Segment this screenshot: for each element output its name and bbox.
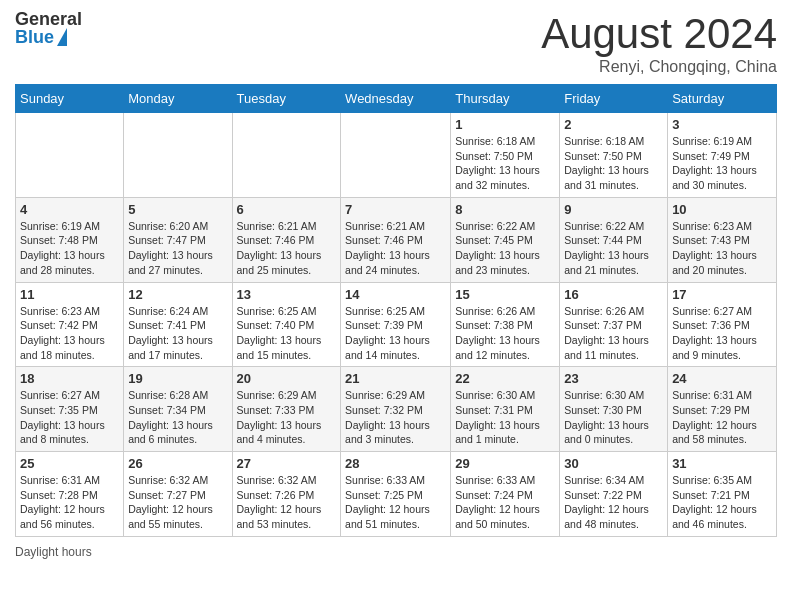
day-info: Sunrise: 6:18 AM Sunset: 7:50 PM Dayligh… bbox=[455, 134, 555, 193]
calendar-cell bbox=[232, 113, 341, 198]
day-number: 31 bbox=[672, 456, 772, 471]
day-info: Sunrise: 6:27 AM Sunset: 7:36 PM Dayligh… bbox=[672, 304, 772, 363]
day-number: 24 bbox=[672, 371, 772, 386]
calendar-body: 1Sunrise: 6:18 AM Sunset: 7:50 PM Daylig… bbox=[16, 113, 777, 537]
calendar-cell: 7Sunrise: 6:21 AM Sunset: 7:46 PM Daylig… bbox=[341, 197, 451, 282]
day-info: Sunrise: 6:24 AM Sunset: 7:41 PM Dayligh… bbox=[128, 304, 227, 363]
day-info: Sunrise: 6:35 AM Sunset: 7:21 PM Dayligh… bbox=[672, 473, 772, 532]
calendar-cell: 10Sunrise: 6:23 AM Sunset: 7:43 PM Dayli… bbox=[668, 197, 777, 282]
day-info: Sunrise: 6:27 AM Sunset: 7:35 PM Dayligh… bbox=[20, 388, 119, 447]
calendar-cell: 9Sunrise: 6:22 AM Sunset: 7:44 PM Daylig… bbox=[560, 197, 668, 282]
day-number: 22 bbox=[455, 371, 555, 386]
day-info: Sunrise: 6:22 AM Sunset: 7:45 PM Dayligh… bbox=[455, 219, 555, 278]
day-info: Sunrise: 6:29 AM Sunset: 7:33 PM Dayligh… bbox=[237, 388, 337, 447]
day-number: 18 bbox=[20, 371, 119, 386]
calendar-cell: 13Sunrise: 6:25 AM Sunset: 7:40 PM Dayli… bbox=[232, 282, 341, 367]
day-info: Sunrise: 6:33 AM Sunset: 7:25 PM Dayligh… bbox=[345, 473, 446, 532]
day-info: Sunrise: 6:31 AM Sunset: 7:28 PM Dayligh… bbox=[20, 473, 119, 532]
day-number: 12 bbox=[128, 287, 227, 302]
day-number: 30 bbox=[564, 456, 663, 471]
logo-general: General bbox=[15, 10, 82, 28]
header-day-friday: Friday bbox=[560, 85, 668, 113]
day-info: Sunrise: 6:25 AM Sunset: 7:39 PM Dayligh… bbox=[345, 304, 446, 363]
calendar-cell: 17Sunrise: 6:27 AM Sunset: 7:36 PM Dayli… bbox=[668, 282, 777, 367]
day-number: 26 bbox=[128, 456, 227, 471]
calendar-cell bbox=[124, 113, 232, 198]
header-day-wednesday: Wednesday bbox=[341, 85, 451, 113]
day-number: 16 bbox=[564, 287, 663, 302]
day-info: Sunrise: 6:26 AM Sunset: 7:37 PM Dayligh… bbox=[564, 304, 663, 363]
day-number: 11 bbox=[20, 287, 119, 302]
calendar-cell: 20Sunrise: 6:29 AM Sunset: 7:33 PM Dayli… bbox=[232, 367, 341, 452]
calendar-cell: 16Sunrise: 6:26 AM Sunset: 7:37 PM Dayli… bbox=[560, 282, 668, 367]
day-number: 28 bbox=[345, 456, 446, 471]
calendar-cell: 28Sunrise: 6:33 AM Sunset: 7:25 PM Dayli… bbox=[341, 452, 451, 537]
week-row-4: 18Sunrise: 6:27 AM Sunset: 7:35 PM Dayli… bbox=[16, 367, 777, 452]
daylight-label: Daylight hours bbox=[15, 545, 92, 559]
header-day-thursday: Thursday bbox=[451, 85, 560, 113]
calendar-cell: 4Sunrise: 6:19 AM Sunset: 7:48 PM Daylig… bbox=[16, 197, 124, 282]
calendar-cell: 18Sunrise: 6:27 AM Sunset: 7:35 PM Dayli… bbox=[16, 367, 124, 452]
logo-triangle-icon bbox=[57, 28, 67, 46]
day-number: 15 bbox=[455, 287, 555, 302]
calendar-cell: 15Sunrise: 6:26 AM Sunset: 7:38 PM Dayli… bbox=[451, 282, 560, 367]
title-area: August 2024 Renyi, Chongqing, China bbox=[541, 10, 777, 76]
calendar-header: SundayMondayTuesdayWednesdayThursdayFrid… bbox=[16, 85, 777, 113]
day-number: 19 bbox=[128, 371, 227, 386]
day-number: 27 bbox=[237, 456, 337, 471]
week-row-5: 25Sunrise: 6:31 AM Sunset: 7:28 PM Dayli… bbox=[16, 452, 777, 537]
day-info: Sunrise: 6:26 AM Sunset: 7:38 PM Dayligh… bbox=[455, 304, 555, 363]
header-day-sunday: Sunday bbox=[16, 85, 124, 113]
day-info: Sunrise: 6:20 AM Sunset: 7:47 PM Dayligh… bbox=[128, 219, 227, 278]
calendar-cell: 30Sunrise: 6:34 AM Sunset: 7:22 PM Dayli… bbox=[560, 452, 668, 537]
calendar-cell: 8Sunrise: 6:22 AM Sunset: 7:45 PM Daylig… bbox=[451, 197, 560, 282]
calendar-cell: 29Sunrise: 6:33 AM Sunset: 7:24 PM Dayli… bbox=[451, 452, 560, 537]
day-number: 9 bbox=[564, 202, 663, 217]
logo-blue: Blue bbox=[15, 28, 54, 46]
day-info: Sunrise: 6:25 AM Sunset: 7:40 PM Dayligh… bbox=[237, 304, 337, 363]
calendar-cell: 12Sunrise: 6:24 AM Sunset: 7:41 PM Dayli… bbox=[124, 282, 232, 367]
calendar-cell: 23Sunrise: 6:30 AM Sunset: 7:30 PM Dayli… bbox=[560, 367, 668, 452]
day-info: Sunrise: 6:18 AM Sunset: 7:50 PM Dayligh… bbox=[564, 134, 663, 193]
day-info: Sunrise: 6:30 AM Sunset: 7:31 PM Dayligh… bbox=[455, 388, 555, 447]
week-row-1: 1Sunrise: 6:18 AM Sunset: 7:50 PM Daylig… bbox=[16, 113, 777, 198]
day-number: 1 bbox=[455, 117, 555, 132]
header-row: SundayMondayTuesdayWednesdayThursdayFrid… bbox=[16, 85, 777, 113]
logo: General Blue bbox=[15, 10, 82, 46]
footer: Daylight hours bbox=[15, 545, 777, 559]
day-info: Sunrise: 6:29 AM Sunset: 7:32 PM Dayligh… bbox=[345, 388, 446, 447]
calendar-cell: 25Sunrise: 6:31 AM Sunset: 7:28 PM Dayli… bbox=[16, 452, 124, 537]
day-info: Sunrise: 6:33 AM Sunset: 7:24 PM Dayligh… bbox=[455, 473, 555, 532]
header-day-tuesday: Tuesday bbox=[232, 85, 341, 113]
month-year-title: August 2024 bbox=[541, 10, 777, 58]
day-info: Sunrise: 6:32 AM Sunset: 7:26 PM Dayligh… bbox=[237, 473, 337, 532]
calendar-cell: 22Sunrise: 6:30 AM Sunset: 7:31 PM Dayli… bbox=[451, 367, 560, 452]
day-number: 29 bbox=[455, 456, 555, 471]
day-number: 20 bbox=[237, 371, 337, 386]
calendar-cell: 24Sunrise: 6:31 AM Sunset: 7:29 PM Dayli… bbox=[668, 367, 777, 452]
day-number: 4 bbox=[20, 202, 119, 217]
calendar-cell: 1Sunrise: 6:18 AM Sunset: 7:50 PM Daylig… bbox=[451, 113, 560, 198]
calendar-cell: 5Sunrise: 6:20 AM Sunset: 7:47 PM Daylig… bbox=[124, 197, 232, 282]
day-number: 23 bbox=[564, 371, 663, 386]
day-number: 2 bbox=[564, 117, 663, 132]
calendar-cell: 6Sunrise: 6:21 AM Sunset: 7:46 PM Daylig… bbox=[232, 197, 341, 282]
day-number: 17 bbox=[672, 287, 772, 302]
calendar-cell: 27Sunrise: 6:32 AM Sunset: 7:26 PM Dayli… bbox=[232, 452, 341, 537]
calendar-cell: 26Sunrise: 6:32 AM Sunset: 7:27 PM Dayli… bbox=[124, 452, 232, 537]
day-number: 8 bbox=[455, 202, 555, 217]
day-info: Sunrise: 6:31 AM Sunset: 7:29 PM Dayligh… bbox=[672, 388, 772, 447]
calendar-cell: 14Sunrise: 6:25 AM Sunset: 7:39 PM Dayli… bbox=[341, 282, 451, 367]
calendar-cell bbox=[341, 113, 451, 198]
calendar-cell: 21Sunrise: 6:29 AM Sunset: 7:32 PM Dayli… bbox=[341, 367, 451, 452]
day-number: 3 bbox=[672, 117, 772, 132]
calendar-cell: 11Sunrise: 6:23 AM Sunset: 7:42 PM Dayli… bbox=[16, 282, 124, 367]
calendar-cell: 3Sunrise: 6:19 AM Sunset: 7:49 PM Daylig… bbox=[668, 113, 777, 198]
day-info: Sunrise: 6:21 AM Sunset: 7:46 PM Dayligh… bbox=[237, 219, 337, 278]
day-info: Sunrise: 6:22 AM Sunset: 7:44 PM Dayligh… bbox=[564, 219, 663, 278]
week-row-2: 4Sunrise: 6:19 AM Sunset: 7:48 PM Daylig… bbox=[16, 197, 777, 282]
day-number: 7 bbox=[345, 202, 446, 217]
day-number: 6 bbox=[237, 202, 337, 217]
day-info: Sunrise: 6:21 AM Sunset: 7:46 PM Dayligh… bbox=[345, 219, 446, 278]
calendar-cell bbox=[16, 113, 124, 198]
